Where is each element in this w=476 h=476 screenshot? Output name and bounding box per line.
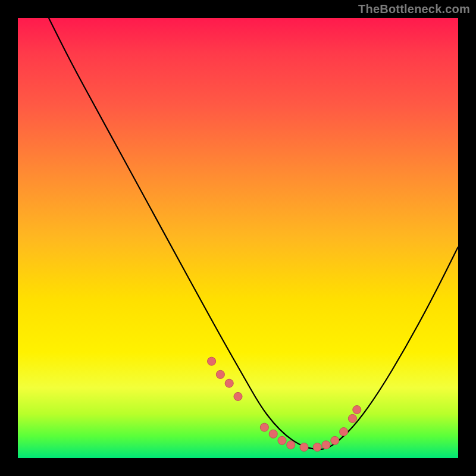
curve-marker — [225, 379, 233, 387]
chart-frame: TheBottleneck.com — [0, 0, 476, 476]
curve-marker — [269, 430, 277, 438]
curve-marker — [313, 443, 321, 452]
curve-marker — [348, 414, 356, 422]
curve-marker — [331, 436, 339, 444]
curve-marker — [278, 436, 286, 444]
watermark-text: TheBottleneck.com — [358, 2, 470, 16]
curve-marker — [353, 406, 361, 414]
curve-marker — [287, 441, 295, 449]
curve-marker — [260, 423, 268, 431]
plot-area — [18, 18, 458, 458]
curve-marker — [234, 392, 242, 400]
curve-marker — [208, 357, 216, 365]
curve-marker — [340, 428, 348, 436]
curve-marker — [216, 370, 224, 378]
bottleneck-curve — [49, 18, 458, 449]
curve-marker — [300, 443, 308, 452]
chart-svg — [18, 18, 458, 458]
curve-marker — [322, 441, 330, 449]
marker-group — [208, 357, 361, 451]
